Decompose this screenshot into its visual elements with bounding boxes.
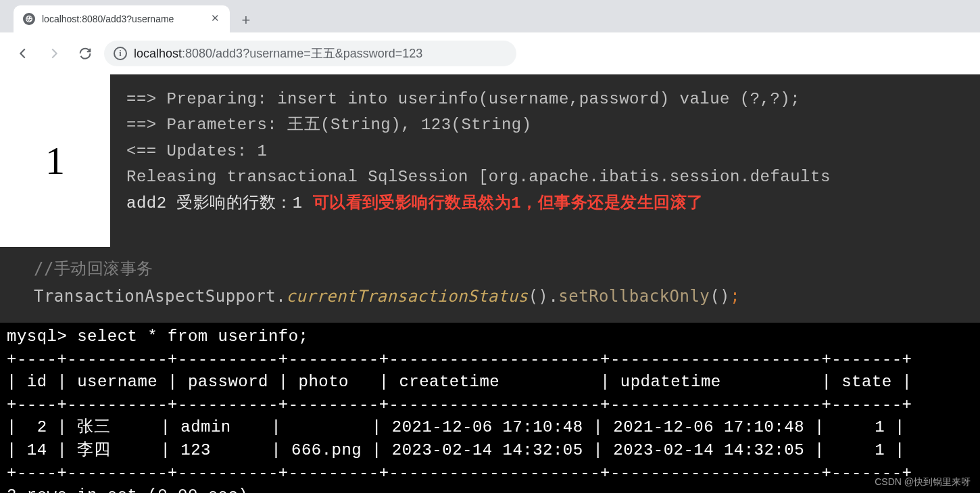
code-comment: //手动回滚事务	[34, 255, 946, 283]
mysql-sep: +----+----------+----------+---------+--…	[7, 396, 912, 414]
favicon-globe-icon	[23, 13, 35, 25]
code-block: //手动回滚事务 TransactionAspectSupport.curren…	[0, 247, 980, 323]
log-line: ==> Preparing: insert into userinfo(user…	[126, 87, 964, 112]
log-text: add2 受影响的行数：1	[126, 194, 313, 212]
code-line: TransactionAspectSupport.currentTransact…	[34, 283, 946, 311]
forward-button[interactable]	[42, 41, 66, 66]
mysql-sep: +----+----------+----------+---------+--…	[7, 350, 912, 369]
site-info-icon[interactable]: i	[114, 47, 127, 60]
log-line: add2 受影响的行数：1 可以看到受影响行数虽然为1，但事务还是发生回滚了	[126, 191, 964, 216]
code-method: currentTransactionStatus	[286, 287, 528, 306]
new-tab-button[interactable]: +	[234, 8, 258, 32]
mysql-sep: +----+----------+----------+---------+--…	[7, 464, 912, 482]
toolbar: i localhost:8080/add3?username=王五&passwo…	[0, 32, 980, 74]
log-annotation-red: 可以看到受影响行数虽然为1，但事务还是发生回滚了	[313, 194, 704, 212]
log-line: Releasing transactional SqlSession [org.…	[126, 164, 964, 190]
annotation-number: 1	[0, 74, 110, 247]
url-path: :8080/add3?username=王五&password=123	[182, 47, 422, 60]
tab-strip: localhost:8080/add3?username ✕ +	[0, 0, 980, 32]
address-bar[interactable]: i localhost:8080/add3?username=王五&passwo…	[104, 41, 516, 66]
reload-button[interactable]	[73, 41, 97, 66]
table-row: | 2 | 张三 | admin | | 2021-12-06 17:10:48…	[7, 418, 905, 436]
browser-tab[interactable]: localhost:8080/add3?username ✕	[14, 5, 230, 32]
log-line: <== Updates: 1	[126, 139, 964, 164]
mysql-footer: 2 rows in set (0.00 sec)	[7, 486, 248, 493]
table-row: | 14 | 李四 | 123 | 666.png | 2023-02-14 1…	[7, 441, 905, 459]
close-tab-icon[interactable]: ✕	[210, 14, 220, 24]
browser-chrome: localhost:8080/add3?username ✕ + i local…	[0, 0, 980, 74]
watermark: CSDN @快到锅里来呀	[875, 476, 971, 489]
section-log: 1 ==> Preparing: insert into userinfo(us…	[0, 74, 980, 247]
mysql-terminal: mysql> select * from userinfo; +----+---…	[0, 323, 980, 493]
url-text: localhost:8080/add3?username=王五&password…	[134, 45, 422, 62]
log-output: ==> Preparing: insert into userinfo(user…	[110, 74, 980, 247]
code-method: setRollbackOnly	[558, 287, 710, 306]
mysql-header: | id | username | password | photo | cre…	[7, 373, 912, 391]
back-button[interactable]	[11, 41, 35, 66]
url-host: localhost	[134, 47, 182, 60]
log-line: ==> Parameters: 王五(String), 123(String)	[126, 112, 964, 138]
mysql-prompt: mysql> select * from userinfo;	[7, 327, 308, 346]
code-class: TransactionAspectSupport	[34, 287, 276, 306]
tab-title: localhost:8080/add3?username	[42, 14, 203, 24]
